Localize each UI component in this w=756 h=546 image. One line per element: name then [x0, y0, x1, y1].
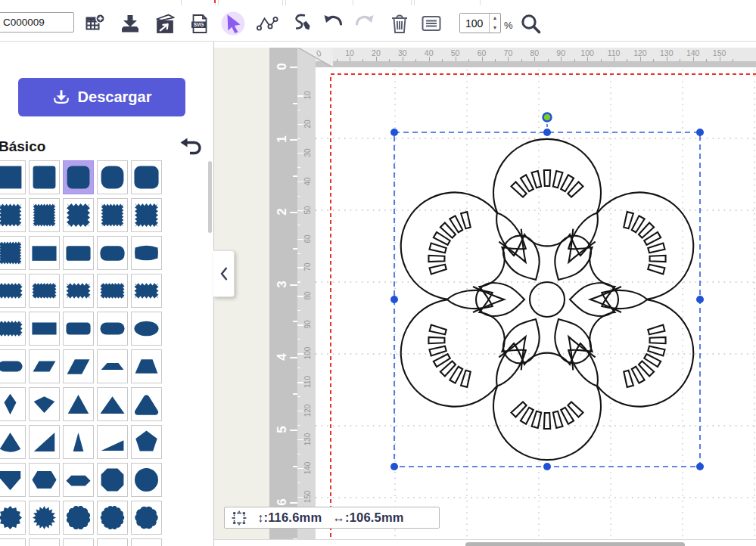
toolbar: SVG [0, 6, 756, 42]
ruler-inch-label: 5 [273, 420, 291, 439]
shape-cell-rounded-rect[interactable] [63, 236, 94, 270]
export-to-mat-button[interactable] [152, 10, 178, 37]
shape-cell-stamp-rect-2[interactable] [29, 274, 60, 308]
top-separator [411, 0, 412, 5]
shape-cell-blob-partial[interactable] [0, 538, 26, 546]
shape-cell-stamp-rect-3[interactable] [63, 274, 94, 308]
shape-cell-rounded-rect-lg[interactable] [97, 236, 128, 270]
shape-cell-pentagon[interactable] [131, 425, 162, 459]
panel-scrollbar[interactable] [208, 161, 212, 233]
red-marker [214, 0, 216, 3]
layer-list-button[interactable] [418, 10, 444, 37]
shape-cell-stamp-rect-1[interactable] [0, 312, 26, 346]
shape-cell-parallelogram-thin[interactable] [29, 349, 60, 383]
shape-cell-kite-wide[interactable] [29, 387, 60, 421]
shape-cell-stamp-rect-3[interactable] [131, 274, 162, 308]
shape-cell-parallelogram[interactable] [63, 349, 94, 383]
shape-cell-scallop-12[interactable] [63, 501, 94, 535]
shape-cell-triangle-rounded[interactable] [131, 387, 162, 421]
svg-file-button[interactable]: SVG [187, 10, 213, 37]
shape-cell-scallop-14[interactable] [97, 501, 128, 535]
shape-cell-triangle-narrow[interactable] [63, 425, 94, 459]
zoom-down-button[interactable]: ▼ [490, 23, 500, 33]
shape-cell-pentagon-down[interactable] [0, 463, 26, 497]
shape-cell-trapezoid-thin[interactable] [97, 349, 128, 383]
shape-cell-pill-rect[interactable] [97, 312, 128, 346]
top-separator [285, 0, 286, 5]
node-edit-button[interactable] [254, 10, 280, 37]
project-id-input[interactable] [0, 12, 74, 33]
undo-button[interactable] [320, 10, 346, 37]
shape-cell-burst-12[interactable] [0, 501, 26, 535]
shape-cell-hexagon[interactable] [29, 463, 60, 497]
delete-button[interactable] [387, 10, 412, 37]
shape-cell-rounded-square-lg[interactable] [97, 160, 128, 194]
shape-cell-triangle-dome[interactable] [0, 425, 26, 459]
shape-cell-oval[interactable] [131, 312, 162, 346]
octagon-icon [98, 464, 127, 496]
shape-cell-rounded-square-xl[interactable] [131, 160, 162, 194]
selection-box[interactable] [390, 113, 704, 471]
shape-cell-stamp-rect-2[interactable] [97, 274, 128, 308]
shape-cell-trapezoid[interactable] [131, 349, 162, 383]
return-button[interactable] [179, 138, 204, 159]
shape-cell-circle[interactable] [131, 463, 162, 497]
selection-handles[interactable] [390, 129, 704, 470]
download-button[interactable]: Descargar [18, 78, 185, 116]
ghost-partial-icon [132, 539, 161, 546]
shape-cell-capsule[interactable] [0, 349, 26, 383]
horizontal-scrollbar[interactable] [465, 542, 685, 546]
collapse-panel-button[interactable] [213, 250, 235, 297]
shape-cell-stamp-square-5[interactable] [131, 198, 162, 232]
import-button[interactable] [117, 10, 143, 37]
shape-cell-twin-triangles[interactable] [29, 538, 60, 546]
shape-cell-stamp-square-4[interactable] [97, 198, 128, 232]
shape-cell-rect-thin[interactable] [29, 312, 60, 346]
ruler-label [297, 281, 300, 282]
shape-cell-twin-triangles[interactable] [63, 538, 94, 546]
shape-cell-stamp-square-2[interactable] [29, 198, 60, 232]
ruler-mm-label: 130 [302, 430, 313, 448]
shape-cell-triangle[interactable] [63, 387, 94, 421]
rotate-handle[interactable] [543, 113, 552, 122]
shape-cell-stamp-square-2[interactable] [0, 236, 26, 270]
shape-cell-twin-slant[interactable] [97, 538, 128, 546]
shape-cell-burst-16[interactable] [29, 501, 60, 535]
shape-cell-right-triangle[interactable] [29, 425, 60, 459]
width-value: ↔:106.5mm [332, 510, 403, 525]
shape-cell-rounded-square-md[interactable] [63, 160, 94, 194]
zoom-search-button[interactable] [518, 10, 543, 37]
shape-cell-rounded-square-sm[interactable] [29, 160, 60, 194]
ruler-label [640, 57, 641, 61]
shape-cell-rect[interactable] [29, 236, 60, 270]
ruler-inch-label: 0 [273, 57, 291, 76]
flower-artwork[interactable] [381, 139, 713, 460]
shape-cell-kite[interactable] [0, 387, 26, 421]
shape-cell-ghost-partial[interactable] [131, 538, 162, 546]
zoom-up-button[interactable]: ▲ [490, 14, 500, 23]
kite-wide-icon [30, 388, 59, 420]
shape-cell-rounded-rect-thin[interactable] [63, 312, 94, 346]
ruler-label [362, 59, 363, 62]
draw-path-button[interactable] [288, 10, 313, 37]
shape-cell-right-triangle-low[interactable] [97, 425, 128, 459]
canvas-overlay[interactable] [316, 70, 756, 539]
shape-cell-stamp-rect-1[interactable] [0, 274, 26, 308]
right-triangle-low-icon [98, 426, 127, 458]
shape-cell-hexagon-wide[interactable] [63, 463, 94, 497]
shape-cell-stamp-square-3[interactable] [63, 198, 94, 232]
add-table-button[interactable] [82, 10, 108, 37]
shape-cell-triangle-wide[interactable] [97, 387, 128, 421]
scallop-flower-icon [132, 501, 161, 534]
scallop-14-icon [98, 501, 127, 534]
ruler-mm-label: 140 [302, 459, 313, 477]
shape-cell-barrel-rect[interactable] [131, 236, 162, 270]
zoom-input[interactable] [460, 14, 489, 33]
select-tool-button[interactable] [220, 10, 246, 37]
redo-button[interactable] [352, 10, 378, 37]
pill-rect-icon [98, 312, 127, 345]
shape-cell-scallop-flower[interactable] [131, 501, 162, 535]
shape-cell-octagon[interactable] [97, 463, 128, 497]
shape-cell-stamp-square-1[interactable] [0, 198, 26, 232]
shape-cell-square[interactable] [0, 160, 26, 194]
